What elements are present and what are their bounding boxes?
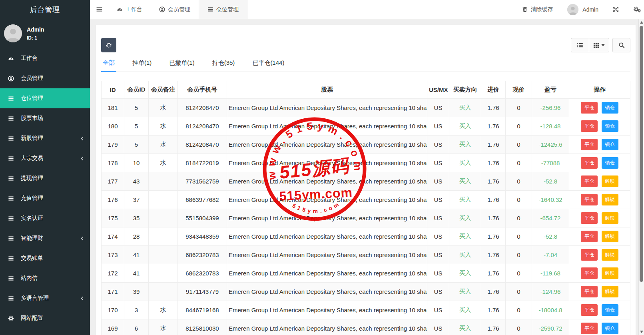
sidebar-item-8[interactable]: 实名认证 <box>0 208 90 228</box>
chevron-left-icon <box>81 236 84 241</box>
list-icon <box>8 116 18 122</box>
table-row: 180 5 水 8124208470 Emeren Group Ltd Amer… <box>102 117 630 136</box>
cell-entry-price: 1.76 <box>481 172 506 191</box>
scrollbar-thumb[interactable] <box>640 26 643 282</box>
cell-direction: 买入 <box>449 172 481 191</box>
tab-1[interactable]: 挂单(1) <box>131 59 153 72</box>
sidebar-item-5[interactable]: 大宗交易 <box>0 148 90 168</box>
close-position-button[interactable]: 平仓 <box>581 249 598 261</box>
person-silhouette-icon <box>4 24 22 42</box>
sidebar-item-4[interactable]: 新股管理 <box>0 128 90 148</box>
cell-actions: 平仓 解锁 <box>569 246 630 264</box>
tab-4[interactable]: 已平仓(144) <box>251 59 286 72</box>
scroll-up-arrow[interactable] <box>640 21 643 24</box>
close-position-button[interactable]: 平仓 <box>581 157 598 169</box>
tab-3[interactable]: 持仓(35) <box>211 59 237 72</box>
sidebar-item-0[interactable]: 工作台 <box>0 48 90 68</box>
cell-current-price: 0 <box>506 246 532 264</box>
topnav-item-2[interactable]: 仓位管理 <box>199 0 247 19</box>
unlock-position-button[interactable]: 解锁 <box>602 231 618 242</box>
list-icon <box>8 295 18 301</box>
sidebar-item-11[interactable]: 站内信 <box>0 268 90 288</box>
cell-market: US <box>427 99 449 117</box>
table-header-row: ID会员ID会员备注会员手机号股票US/MX买卖方向进价现价盈亏操作 <box>102 81 630 99</box>
cell-id: 171 <box>102 283 124 301</box>
cell-remark: 水 <box>149 319 178 335</box>
unlock-position-button[interactable]: 解锁 <box>602 286 618 297</box>
scrollbar[interactable] <box>638 19 644 335</box>
cell-remark <box>149 191 178 209</box>
cell-stock: Emeren Group Ltd American Depositary Sha… <box>227 172 427 191</box>
admin-menu[interactable]: Admin <box>567 4 598 15</box>
unlock-position-button[interactable]: 解锁 <box>602 212 618 224</box>
lock-position-button[interactable]: 锁仓 <box>602 139 618 150</box>
close-position-button[interactable]: 平仓 <box>581 286 598 297</box>
tab-0[interactable]: 全部 <box>101 59 116 72</box>
grid-view-button[interactable] <box>589 38 609 52</box>
sidebar-item-13[interactable]: 网站配置 <box>0 308 90 328</box>
list-icon <box>8 215 18 221</box>
lock-position-button[interactable]: 锁仓 <box>602 304 618 316</box>
clear-cache-button[interactable]: 清除缓存 <box>522 6 553 13</box>
close-position-button[interactable]: 平仓 <box>581 267 598 279</box>
dashboard-icon <box>8 56 18 62</box>
close-position-button[interactable]: 平仓 <box>581 231 598 242</box>
unlock-position-button[interactable]: 解锁 <box>602 267 618 279</box>
cell-direction: 买入 <box>449 191 481 209</box>
cell-market: US <box>427 154 449 172</box>
cell-entry-price: 1.76 <box>481 191 506 209</box>
topnav-item-0[interactable]: 工作台 <box>108 0 151 19</box>
sidebar-item-9[interactable]: 智能理财 <box>0 228 90 248</box>
avatar <box>4 24 22 42</box>
close-position-button[interactable]: 平仓 <box>581 139 598 150</box>
scroll-down-arrow[interactable] <box>640 331 643 333</box>
unlock-position-button[interactable]: 解锁 <box>602 175 618 187</box>
cell-entry-price: 1.76 <box>481 283 506 301</box>
settings-button[interactable] <box>633 6 642 13</box>
close-position-button[interactable]: 平仓 <box>581 323 598 334</box>
sidebar-item-3[interactable]: 股票市场 <box>0 108 90 128</box>
cell-id: 173 <box>102 246 124 264</box>
lock-position-button[interactable]: 锁仓 <box>602 157 618 169</box>
list-icon <box>8 275 18 281</box>
lock-position-button[interactable]: 锁仓 <box>602 323 618 334</box>
close-position-button[interactable]: 平仓 <box>581 175 598 187</box>
cell-phone: 8124208470 <box>178 99 227 117</box>
sidebar-toggle-button[interactable] <box>90 0 108 19</box>
lock-position-button[interactable]: 锁仓 <box>602 102 618 114</box>
cell-id: 172 <box>102 264 124 283</box>
cell-id: 180 <box>102 117 124 136</box>
cell-remark <box>149 264 178 283</box>
sidebar-item-7[interactable]: 充值管理 <box>0 188 90 208</box>
list-view-button[interactable] <box>571 38 589 52</box>
sidebar-item-10[interactable]: 交易账单 <box>0 248 90 268</box>
tab-2[interactable]: 已撤单(1) <box>167 59 196 72</box>
cell-id: 176 <box>102 191 124 209</box>
chevron-left-icon <box>81 136 84 141</box>
search-icon <box>618 42 625 48</box>
sidebar-item-12[interactable]: 多语言管理 <box>0 288 90 308</box>
cell-member-id: 6 <box>124 319 149 335</box>
cell-remark: 水 <box>149 136 178 154</box>
close-position-button[interactable]: 平仓 <box>581 102 598 114</box>
topnav-item-1[interactable]: 会员管理 <box>151 0 199 19</box>
cell-current-price: 0 <box>506 191 532 209</box>
unlock-position-button[interactable]: 解锁 <box>602 249 618 261</box>
close-position-button[interactable]: 平仓 <box>581 194 598 205</box>
close-position-button[interactable]: 平仓 <box>581 304 598 316</box>
sidebar-item-1[interactable]: 会员管理 <box>0 68 90 88</box>
fullscreen-button[interactable] <box>613 6 619 12</box>
sidebar-item-2[interactable]: 仓位管理 <box>0 88 90 108</box>
search-button[interactable] <box>612 38 630 52</box>
cell-market: US <box>427 209 449 227</box>
refresh-button[interactable] <box>101 38 116 52</box>
lock-position-button[interactable]: 锁仓 <box>602 120 618 132</box>
close-position-button[interactable]: 平仓 <box>581 212 598 224</box>
unlock-position-button[interactable]: 解锁 <box>602 194 618 205</box>
close-position-button[interactable]: 平仓 <box>581 120 598 132</box>
cell-phone: 5515804399 <box>178 209 227 227</box>
positions-card: 全部挂单(1)已撤单(1)持仓(35)已平仓(144) ID会员ID会员备注会员… <box>96 25 636 335</box>
cell-current-price: 0 <box>506 319 532 335</box>
sidebar-item-6[interactable]: 提现管理 <box>0 168 90 188</box>
sidebar-item-label: 大宗交易 <box>21 155 43 162</box>
